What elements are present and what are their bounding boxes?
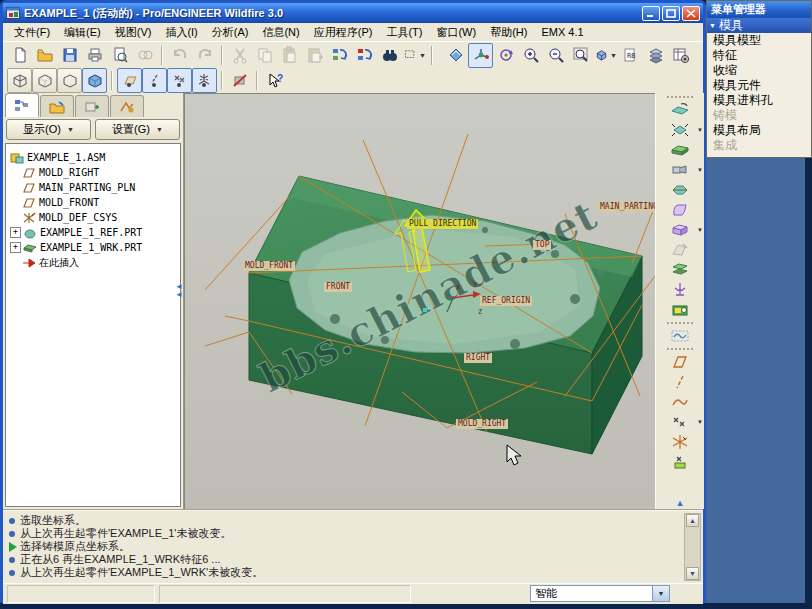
menu-analysis[interactable]: 分析(A) bbox=[205, 24, 256, 41]
ejector-pin-button[interactable] bbox=[665, 280, 695, 300]
menu-emx[interactable]: EMX 4.1 bbox=[534, 25, 590, 39]
dropdown-caret-icon[interactable]: ▼ bbox=[697, 227, 703, 233]
tree-row[interactable]: MOLD_FRONT bbox=[6, 195, 180, 210]
zoom-out-button[interactable] bbox=[543, 43, 568, 68]
select-filter-button[interactable]: ▼ bbox=[402, 43, 427, 68]
tab-connections[interactable] bbox=[110, 95, 144, 117]
pull-direction-label[interactable]: PULL DIRECTION bbox=[407, 219, 478, 229]
combo-dropdown-button[interactable]: ▼ bbox=[652, 586, 669, 601]
toolbar-scroll-icon[interactable]: ▲ bbox=[676, 498, 685, 508]
reorient-button[interactable] bbox=[493, 43, 518, 68]
appearance-button[interactable]: RB bbox=[618, 43, 643, 68]
graphics-viewport[interactable]: bbs.chinade.net X Y Z bbox=[184, 93, 655, 510]
repaint-button[interactable] bbox=[443, 43, 468, 68]
ref-part-button[interactable] bbox=[665, 180, 695, 200]
right-plane-label[interactable]: RIGHT bbox=[464, 353, 492, 363]
ref-origin-csys-label[interactable]: REF_ORIGIN bbox=[480, 296, 532, 306]
datum-point-button[interactable]: ▼ bbox=[665, 412, 695, 432]
layers-button[interactable] bbox=[643, 43, 668, 68]
tree-row[interactable]: MAIN_PARTING_PLN bbox=[6, 180, 180, 195]
dropdown-caret-icon[interactable]: ▼ bbox=[697, 419, 703, 425]
menu-help[interactable]: 帮助(H) bbox=[483, 24, 534, 41]
selection-filter-combo[interactable]: 智能 ▼ bbox=[530, 585, 670, 602]
moldbase-button[interactable]: ▼ bbox=[665, 160, 695, 180]
saved-views-button[interactable]: ▼ bbox=[593, 43, 618, 68]
datum-axis-button[interactable] bbox=[665, 372, 695, 392]
split-volume-button[interactable] bbox=[665, 260, 695, 280]
top-plane-label[interactable]: TOP bbox=[533, 240, 551, 250]
tree-row[interactable]: + EXAMPLE_1_WRK.PRT bbox=[6, 240, 180, 255]
sketch-curve-button[interactable] bbox=[665, 392, 695, 412]
panel-sash-icon[interactable]: ◄◄ bbox=[175, 283, 183, 299]
tree-row[interactable]: MOLD_DEF_CSYS bbox=[6, 210, 180, 225]
offset-point-button[interactable] bbox=[665, 452, 695, 472]
tree-row[interactable]: + EXAMPLE_1_REF.PRT bbox=[6, 225, 180, 240]
datum-plane-toggle[interactable] bbox=[117, 68, 142, 93]
shrinkage-button[interactable]: ▼ bbox=[665, 120, 695, 140]
minimize-button[interactable] bbox=[642, 6, 660, 21]
settings-dropdown-button[interactable]: 设置(G)▼ bbox=[95, 119, 180, 140]
front-plane-label[interactable]: FRONT bbox=[324, 282, 352, 292]
zoom-in-button[interactable] bbox=[518, 43, 543, 68]
print-preview-button[interactable] bbox=[107, 43, 132, 68]
spin-center-button[interactable] bbox=[468, 43, 493, 68]
menu-item-feature[interactable]: 特征 bbox=[707, 48, 811, 63]
expand-icon[interactable]: + bbox=[10, 242, 21, 253]
menu-applications[interactable]: 应用程序(P) bbox=[307, 24, 380, 41]
email-model-button[interactable] bbox=[132, 43, 157, 68]
message-scrollbar[interactable]: ▲ ▼ bbox=[684, 513, 701, 581]
mold-front-plane-label[interactable]: MOLD_FRONT bbox=[243, 261, 295, 271]
wireframe-button[interactable] bbox=[7, 68, 32, 93]
mold-right-plane-label[interactable]: MOLD_RIGHT bbox=[456, 419, 508, 429]
datum-csys-toggle[interactable] bbox=[192, 68, 217, 93]
menu-info[interactable]: 信息(N) bbox=[255, 24, 306, 41]
context-help-button[interactable]: ? bbox=[262, 68, 287, 93]
simulate-button[interactable] bbox=[665, 326, 695, 346]
view-manager-button[interactable] bbox=[668, 43, 693, 68]
tree-row-insert-here[interactable]: 在此插入 bbox=[6, 255, 180, 270]
dropdown-caret-icon[interactable]: ▼ bbox=[697, 127, 703, 133]
parting-surface-button[interactable] bbox=[665, 200, 695, 220]
shaded-button[interactable] bbox=[82, 68, 107, 93]
tab-model-tree[interactable] bbox=[5, 93, 39, 117]
menu-window[interactable]: 窗口(W) bbox=[429, 24, 483, 41]
toolbar-handle[interactable] bbox=[667, 96, 693, 98]
volume-sketch-button[interactable] bbox=[665, 240, 695, 260]
show-dropdown-button[interactable]: 显示(O)▼ bbox=[6, 119, 91, 140]
copy-button[interactable] bbox=[252, 43, 277, 68]
scroll-down-icon[interactable]: ▼ bbox=[686, 567, 699, 580]
maximize-button[interactable] bbox=[662, 6, 680, 21]
menu-manager-title[interactable]: 菜单管理器 bbox=[707, 1, 811, 18]
datum-plane-button[interactable] bbox=[665, 352, 695, 372]
paste-special-button[interactable] bbox=[302, 43, 327, 68]
workpiece-button[interactable] bbox=[665, 140, 695, 160]
custom-regenerate-button[interactable] bbox=[352, 43, 377, 68]
menu-insert[interactable]: 插入(I) bbox=[158, 24, 204, 41]
expand-icon[interactable]: + bbox=[10, 227, 21, 238]
menu-item-shrinkage[interactable]: 收缩 bbox=[707, 63, 811, 78]
close-button[interactable] bbox=[682, 6, 700, 21]
title-bar[interactable]: EXAMPLE_1 (活动的) - Pro/ENGINEER Wildfire … bbox=[3, 3, 703, 23]
tab-favorites[interactable] bbox=[75, 95, 109, 117]
menu-edit[interactable]: 编辑(E) bbox=[57, 24, 108, 41]
open-button[interactable] bbox=[32, 43, 57, 68]
save-button[interactable] bbox=[57, 43, 82, 68]
menu-item-mold[interactable]: ▼ 模具 bbox=[707, 18, 811, 33]
menu-item-mold-model[interactable]: 模具模型 bbox=[707, 33, 811, 48]
paste-button[interactable] bbox=[277, 43, 302, 68]
find-button[interactable] bbox=[377, 43, 402, 68]
molding-button[interactable] bbox=[665, 300, 695, 320]
tree-row[interactable]: EXAMPLE_1.ASM bbox=[6, 150, 180, 165]
menu-item-mold-layout[interactable]: 模具布局 bbox=[707, 123, 811, 138]
tree-row[interactable]: MOLD_RIGHT bbox=[6, 165, 180, 180]
mold-model-button[interactable] bbox=[665, 100, 695, 120]
scroll-up-icon[interactable]: ▲ bbox=[686, 514, 699, 527]
menu-view[interactable]: 视图(V) bbox=[108, 24, 159, 41]
main-parting-plane-label[interactable]: MAIN_PARTING_P bbox=[598, 202, 655, 212]
no-hidden-button[interactable] bbox=[57, 68, 82, 93]
hidden-line-button[interactable] bbox=[32, 68, 57, 93]
datum-point-toggle[interactable] bbox=[167, 68, 192, 93]
menu-tools[interactable]: 工具(T) bbox=[379, 24, 429, 41]
menu-file[interactable]: 文件(F) bbox=[7, 24, 57, 41]
dropdown-caret-icon[interactable]: ▼ bbox=[697, 167, 703, 173]
